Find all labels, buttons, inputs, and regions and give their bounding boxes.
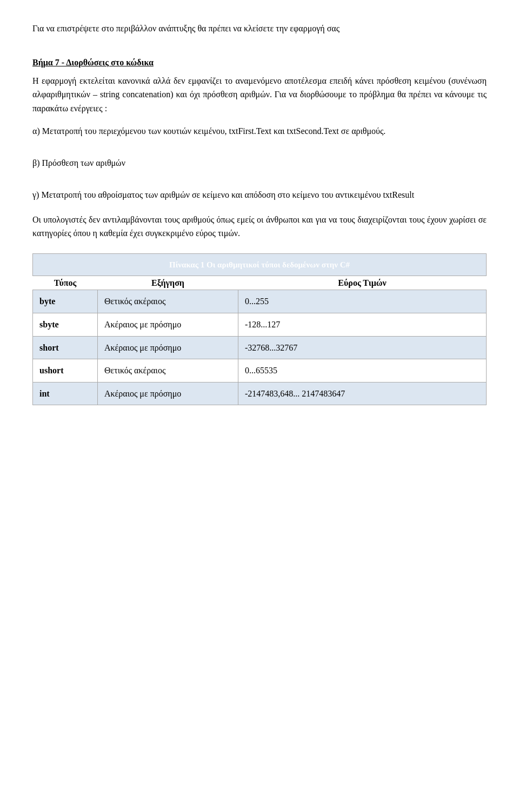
step-alpha: α) Μετατροπή του περιεχόμενου των κουτιώ… <box>32 124 487 138</box>
cell-description: Ακέραιος με πρόσημο <box>98 313 238 336</box>
table-row: sbyteΑκέραιος με πρόσημο-128...127 <box>33 313 487 336</box>
step7-heading: Βήμα 7 - Διορθώσεις στο κώδικα <box>32 56 487 70</box>
table-row: ushortΘετικός ακέραιος0...65535 <box>33 359 487 382</box>
cell-description: Ακέραιος με πρόσημο <box>98 336 238 359</box>
cell-type: byte <box>33 290 98 313</box>
step7-paragraph1: Η εφαρμογή εκτελείται κανονικά αλλά δεν … <box>32 74 487 116</box>
cell-description: Θετικός ακέραιος <box>98 359 238 382</box>
cell-type: short <box>33 336 98 359</box>
cell-type: sbyte <box>33 313 98 336</box>
table-title: Πίνακας 1 Οι αριθμητικοί τύποι δεδομένων… <box>33 253 487 276</box>
col-header-desc: Εξήγηση <box>98 276 238 290</box>
col-header-type: Τύπος <box>33 276 98 290</box>
step-beta: β) Πρόσθεση των αριθμών <box>32 156 487 170</box>
data-types-table: Πίνακας 1 Οι αριθμητικοί τύποι δεδομένων… <box>32 253 487 406</box>
steps-block: α) Μετατροπή του περιεχόμενου των κουτιώ… <box>32 124 487 202</box>
table-title-row: Πίνακας 1 Οι αριθμητικοί τύποι δεδομένων… <box>33 253 487 276</box>
table-row: intΑκέραιος με πρόσημο-2147483,648... 21… <box>33 382 487 405</box>
cell-range: 0...65535 <box>238 359 487 382</box>
cell-range: -2147483,648... 2147483647 <box>238 382 487 405</box>
intro-paragraph: Για να επιστρέψετε στο περιβάλλον ανάπτυ… <box>32 22 487 36</box>
cell-type: int <box>33 382 98 405</box>
table-header-row: Τύπος Εξήγηση Εύρος Τιμών <box>33 276 487 290</box>
cell-description: Θετικός ακέραιος <box>98 290 238 313</box>
step-gamma: γ) Μετατροπή του αθροίσματος των αριθμών… <box>32 188 487 202</box>
info-paragraph: Οι υπολογιστές δεν αντιλαμβάνονται τους … <box>32 213 487 240</box>
cell-range: -32768...32767 <box>238 336 487 359</box>
table-row: shortΑκέραιος με πρόσημο-32768...32767 <box>33 336 487 359</box>
cell-type: ushort <box>33 359 98 382</box>
col-header-range: Εύρος Τιμών <box>238 276 487 290</box>
cell-description: Ακέραιος με πρόσημο <box>98 382 238 405</box>
cell-range: -128...127 <box>238 313 487 336</box>
table-row: byteΘετικός ακέραιος0...255 <box>33 290 487 313</box>
cell-range: 0...255 <box>238 290 487 313</box>
